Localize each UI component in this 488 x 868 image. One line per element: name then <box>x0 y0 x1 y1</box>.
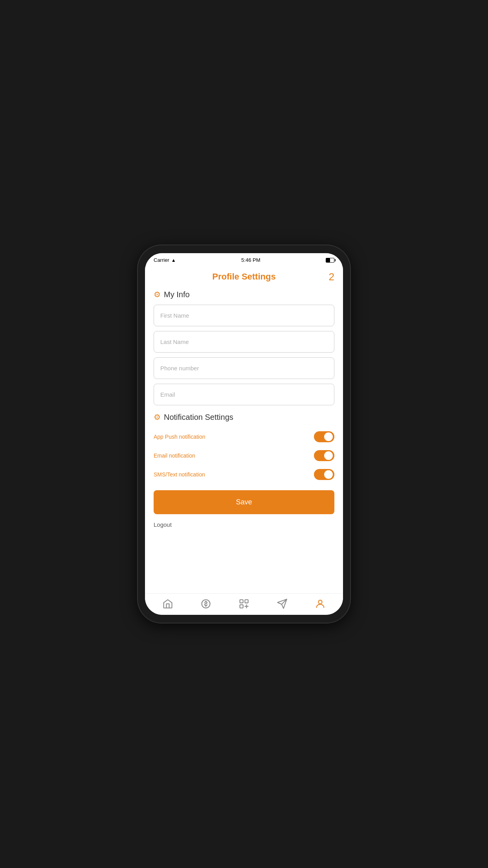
nav-item-payments[interactable] <box>200 598 211 609</box>
app-push-toggle[interactable] <box>314 431 334 442</box>
gear-icon-notifications: ⚙ <box>154 412 161 422</box>
phone-number-input[interactable] <box>154 357 334 379</box>
home-icon <box>162 598 173 609</box>
notification-section: ⚙ Notification Settings App Push notific… <box>154 412 334 484</box>
first-name-input[interactable] <box>154 305 334 326</box>
email-notif-slider <box>314 450 334 461</box>
app-content: Profile Settings 2 ⚙ My Info <box>145 265 343 593</box>
wifi-icon: ▲ <box>171 257 176 263</box>
sms-notif-slider <box>314 469 334 480</box>
app-push-slider <box>314 431 334 442</box>
sms-notif-label: SMS/Text notification <box>154 471 205 478</box>
page-title: Profile Settings <box>212 272 275 282</box>
email-group <box>154 384 334 405</box>
phone-screen: Carrier ▲ 5:46 PM Profile Settings 2 ⚙ M… <box>145 253 343 615</box>
svg-rect-2 <box>245 600 248 603</box>
gear-icon-my-info: ⚙ <box>154 290 161 299</box>
carrier-label: Carrier <box>154 257 169 263</box>
svg-rect-3 <box>240 605 243 608</box>
bottom-nav <box>145 593 343 615</box>
battery-fill <box>326 258 330 262</box>
send-icon <box>277 598 288 609</box>
transfer-icon <box>238 598 250 609</box>
email-notif-toggle[interactable] <box>314 450 334 461</box>
phone-number-group <box>154 357 334 379</box>
status-right <box>326 258 334 263</box>
page-header: Profile Settings 2 <box>154 272 334 282</box>
svg-point-4 <box>318 600 322 604</box>
notification-settings-label: Notification Settings <box>164 413 233 422</box>
nav-item-send[interactable] <box>277 598 288 609</box>
app-push-label: App Push notification <box>154 434 205 440</box>
email-notif-row: Email notification <box>154 446 334 465</box>
phone-shell: Carrier ▲ 5:46 PM Profile Settings 2 ⚙ M… <box>138 245 350 623</box>
svg-rect-1 <box>240 600 243 603</box>
status-left: Carrier ▲ <box>154 257 176 263</box>
nav-item-transfer[interactable] <box>238 598 250 609</box>
my-info-section-header: ⚙ My Info <box>154 290 334 299</box>
sms-notif-toggle[interactable] <box>314 469 334 480</box>
battery-icon <box>326 258 334 263</box>
email-notif-label: Email notification <box>154 452 195 459</box>
profile-icon <box>315 598 326 609</box>
last-name-group <box>154 331 334 353</box>
notification-section-header: ⚙ Notification Settings <box>154 412 334 422</box>
email-input[interactable] <box>154 384 334 405</box>
status-bar: Carrier ▲ 5:46 PM <box>145 253 343 265</box>
save-button[interactable]: Save <box>154 490 334 514</box>
app-push-row: App Push notification <box>154 427 334 446</box>
nav-item-profile[interactable] <box>315 598 326 609</box>
last-name-input[interactable] <box>154 331 334 353</box>
logout-link[interactable]: Logout <box>154 520 334 530</box>
nav-item-home[interactable] <box>162 598 173 609</box>
time-label: 5:46 PM <box>241 257 260 263</box>
header-badge: 2 <box>329 271 334 283</box>
sms-notif-row: SMS/Text notification <box>154 465 334 484</box>
payments-icon <box>200 598 211 609</box>
my-info-label: My Info <box>164 290 190 299</box>
first-name-group <box>154 305 334 326</box>
